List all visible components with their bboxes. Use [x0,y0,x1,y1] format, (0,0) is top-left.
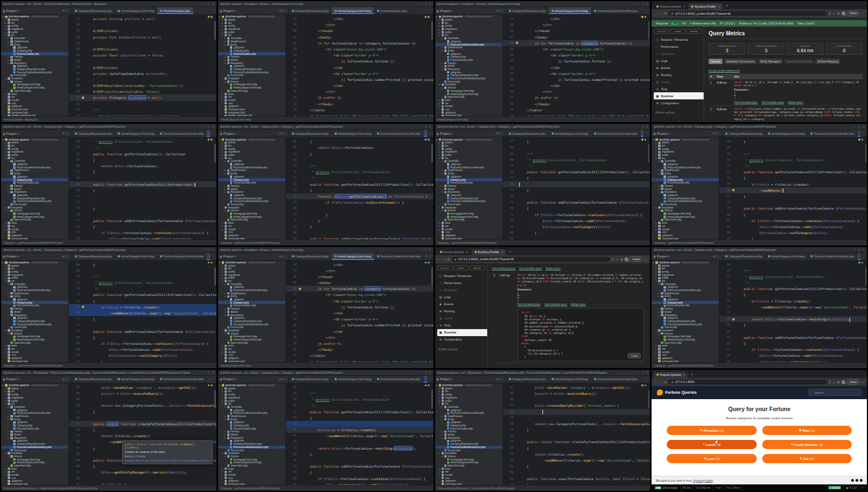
minimize-icon[interactable]: — [203,371,206,374]
share-icon[interactable]: ↥ [611,257,614,261]
maximize-icon[interactable]: ▢ [208,125,210,128]
editor-tab[interactable]: showCategory.html.twig [549,130,591,137]
grid-thumbnail[interactable]: doctrine-queries › templates › fortune ›… [435,1,650,122]
close-icon[interactable]: ✕ [863,248,865,251]
profiler-filter[interactable]: Latest [670,29,685,34]
grid-thumbnail[interactable]: doctrine-queries › src › Entity › Catego… [1,247,216,368]
update-button[interactable]: Update [847,11,859,16]
editor-scrollbar[interactable] [431,21,433,40]
project-selector[interactable]: ▦Project▾⊕ ◫ ⌕ [652,130,723,137]
more-icon[interactable]: ⋮ [427,9,433,12]
menu-icon[interactable]: ⋮ [861,380,864,384]
editor-tab[interactable]: CategoryRepository.php [506,7,549,14]
toolbar-close-icon[interactable]: × [861,487,863,489]
editor-tab[interactable]: showCategory.html.twig [765,130,808,137]
project-selector[interactable]: ▦Project▾⊕ ◫ ⌕ [1,130,72,137]
maximize-icon[interactable]: ▢ [424,3,426,5]
profile-avatar[interactable] [841,11,845,15]
close-icon[interactable]: ✕ [646,3,648,5]
profiler-menu-request[interactable]: ▢Request / Response [437,273,487,280]
close-icon[interactable]: ✕ [212,248,214,251]
editor-tab[interactable]: FortuneCookieController.php [808,130,857,137]
more-icon[interactable]: ⋮ [210,377,216,381]
github-icon[interactable] [860,479,863,482]
grid-thumbnail[interactable]: doctrine-queries › templates › fortune ›… [218,247,433,368]
code-editor[interactable]: 18 </th>19 </tr>20 </thead>21 <tbody>22 … [286,261,433,362]
minimize-icon[interactable]: — [637,3,640,5]
editor-scrollbar[interactable] [214,144,216,162]
editor-tab[interactable]: CategoryRepository.php [723,253,765,260]
close-icon[interactable]: ✕ [863,125,865,128]
profiler-menu-twig[interactable]: ✳Twig [654,85,704,92]
profiler-menu-exception[interactable]: ⚠Exception [437,287,487,294]
query-view-tab[interactable]: Entity Managers [758,59,783,64]
query-link[interactable]: View formatted query [734,101,757,104]
editor-tab[interactable]: FortuneCookieController.php [157,130,207,137]
maximize-icon[interactable]: ▢ [641,125,643,128]
editor-tab[interactable]: FortuneCookie.php [374,7,410,14]
editor-tab[interactable]: FortuneCookieController.php [591,376,641,383]
editor-tab[interactable]: showCategory.html.twig [115,130,157,137]
close-icon[interactable]: ✕ [429,371,431,374]
query-view-tab[interactable]: Second Level Cache [784,59,814,64]
grid-thumbnail[interactable]: Fortune Queries×Symfony Profiler×+←→⟳◉12… [435,247,650,368]
query-link[interactable]: Explain query [546,267,561,270]
profiler-menu-routing[interactable]: ⇄Routing [437,308,487,315]
grid-thumbnail[interactable]: doctrine-queries › src › Entity › Catego… [652,247,867,368]
more-icon[interactable]: ⋮ [860,255,867,258]
more-icon[interactable]: ⋮ [643,131,650,135]
project-selector[interactable]: ▦Project▾⊕ ◫ ⌕ [1,376,72,383]
profiler-menu-logs[interactable]: ▤Logs [437,294,487,301]
code-editor[interactable]: 67 }6869 /**70 * @return Collection<int,… [503,137,650,239]
editor-tab[interactable]: showCategory.html.twig [549,7,591,14]
profiler-menu-routing[interactable]: ⇄Routing [654,71,704,78]
tab-close-icon[interactable]: × [466,250,468,254]
editor-scrollbar[interactable] [431,390,433,408]
editor-scrollbar[interactable] [431,144,433,162]
profiler-filter[interactable]: Last 10 [654,29,669,34]
editor-tab[interactable]: showCategory.html.twig [115,253,157,260]
more-icon[interactable]: ⋮ [210,9,216,12]
project-selector[interactable]: ▦Project▾⊕ ◫ ⌕ [435,130,506,137]
reload-icon[interactable]: ⟳ [664,11,667,15]
editor-scrollbar[interactable] [648,144,650,162]
symfonycasts-link[interactable]: SymfonyCasts [693,479,713,482]
minimize-icon[interactable]: — [637,125,640,128]
editor-tab[interactable]: FortuneCookieController.php [591,130,641,137]
code-editor[interactable]: 18 </th>19 </tr>20 </thead>21 <tbody>22 … [503,15,650,116]
address-bar[interactable]: ◉127.0.0.1:8000/_profiler/25uf817?panel=… [452,257,610,262]
menu-icon[interactable]: ⋮ [861,11,864,15]
profiler-menu-logs[interactable]: ▤Logs [654,57,704,64]
editor-tab[interactable]: CategoryRepository.php [289,253,332,260]
more-icon[interactable]: ⋮ [427,131,433,135]
forward-icon[interactable]: → [659,12,662,15]
maximize-icon[interactable]: ▢ [858,125,860,128]
category-button[interactable]: $Job(4) [762,454,852,463]
profiler-filter[interactable]: Search [686,29,701,34]
close-icon[interactable]: ✕ [212,371,214,374]
twitter-icon[interactable] [851,479,854,482]
profiler-menu-twig[interactable]: ✳Twig [437,322,487,329]
search-input[interactable]: ⌕Search... [808,389,861,396]
grid-thumbnail[interactable]: doctrine-queries › src › Repository › Fo… [1,370,216,491]
query-view-tab[interactable]: Database Connections [724,59,757,64]
editor-tab[interactable]: FortuneCookieController.php [374,130,424,137]
share-icon[interactable]: ↥ [828,11,831,15]
code-editor[interactable]: 68 }6970 /**71 * @return Collection<int,… [69,261,216,362]
editor-scrollbar[interactable] [648,390,650,408]
code-editor[interactable]: 65 {66 return $this->fortuneCookies;67 }… [286,137,433,239]
code-editor[interactable]: 47 $stmt->bindValue('category', $categor… [503,383,650,485]
grid-thumbnail[interactable]: doctrine-queries › src › Entity › Catego… [218,124,433,245]
project-selector[interactable]: ▦Project▾⊕ ◫ ⌕ [435,7,506,14]
downloads-icon[interactable]: ⬇ [620,257,623,261]
close-icon[interactable]: ✕ [646,371,648,374]
maximize-icon[interactable]: ▢ [641,3,643,5]
category-button[interactable]: ❖Pets(2) [762,426,852,435]
update-button[interactable]: Update [630,256,642,262]
maximize-icon[interactable]: ▢ [858,248,860,251]
address-bar[interactable]: ◉127.0.0.1:8000 [668,380,826,384]
code-editor[interactable]: 6970 /**71 * @return Collection<int, For… [286,383,433,485]
editor-tab[interactable]: FortuneCookieController.php [157,376,207,383]
browser-tab[interactable]: Fortune Queries× [654,372,687,378]
copy-button[interactable]: Copy [628,353,641,358]
